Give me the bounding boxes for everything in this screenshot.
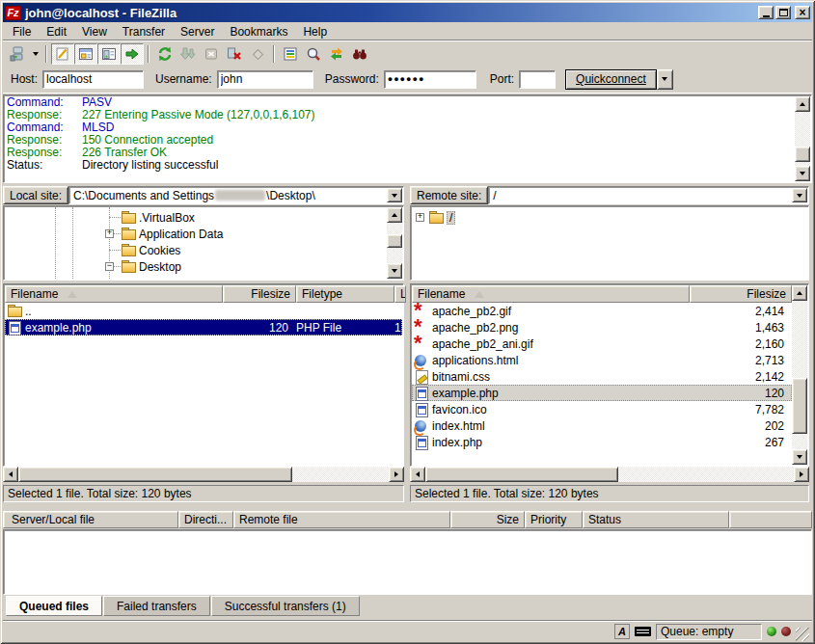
menu-view[interactable]: View: [74, 24, 115, 40]
file-row-parent-dir[interactable]: ..: [5, 303, 402, 319]
file-row[interactable]: apache_pb2_ani.gif2,160: [412, 335, 792, 352]
log-scrollbar[interactable]: [795, 96, 810, 181]
minimize-button[interactable]: [758, 6, 774, 19]
scroll-left-button[interactable]: [3, 467, 18, 482]
menu-bookmarks[interactable]: Bookmarks: [222, 24, 295, 40]
column-header-status[interactable]: Status: [583, 511, 729, 528]
scroll-thumb[interactable]: [387, 234, 402, 248]
scroll-left-button[interactable]: [410, 467, 425, 482]
file-modified: 1: [394, 321, 402, 335]
toggle-local-tree-button[interactable]: [74, 43, 97, 65]
column-header-remote-file[interactable]: Remote file: [233, 511, 450, 528]
file-row[interactable]: favicon.ico7,782: [412, 401, 792, 417]
menu-edit[interactable]: Edit: [39, 24, 74, 40]
resize-grip[interactable]: [796, 628, 809, 641]
remote-site-combo[interactable]: /: [488, 186, 809, 204]
column-header-size[interactable]: Size: [450, 511, 525, 528]
file-row-selected[interactable]: example.php120: [412, 385, 792, 401]
quickconnect-button[interactable]: Quickconnect: [565, 69, 657, 90]
remote-site-combo-dropdown[interactable]: [792, 188, 807, 202]
column-header-filetype[interactable]: Filetype: [296, 285, 394, 303]
quickconnect-dropdown[interactable]: [657, 69, 673, 90]
local-site-combo[interactable]: C:\Documents and Settings\Desktop\: [68, 186, 404, 204]
file-row[interactable]: applications.html2,713: [412, 352, 792, 368]
column-header-direction[interactable]: Directi...: [178, 511, 233, 528]
scroll-down-button[interactable]: [792, 449, 807, 465]
username-input[interactable]: [217, 70, 313, 89]
remote-list-scrollbar[interactable]: [792, 285, 807, 465]
speed-limit-icon[interactable]: [635, 627, 651, 636]
tree-item-application-data[interactable]: + Application Data: [5, 226, 369, 242]
cancel-operation-button[interactable]: [200, 43, 223, 65]
menu-file[interactable]: File: [5, 24, 39, 40]
file-row[interactable]: index.php267: [412, 434, 792, 450]
scroll-thumb[interactable]: [792, 378, 807, 434]
collapse-icon[interactable]: −: [105, 262, 114, 271]
menu-help[interactable]: Help: [295, 24, 335, 40]
transfer-type-indicator[interactable]: A: [614, 624, 630, 639]
file-row[interactable]: apache_pb2.gif2,414: [412, 303, 792, 319]
queue-body[interactable]: [3, 529, 812, 595]
disconnect-button[interactable]: [223, 43, 246, 65]
menu-server[interactable]: Server: [173, 24, 222, 40]
refresh-button[interactable]: [153, 43, 177, 65]
directory-comparison-button[interactable]: [302, 43, 325, 65]
find-files-button[interactable]: [348, 43, 371, 65]
column-header-last-modified[interactable]: L: [394, 285, 406, 303]
host-input[interactable]: [42, 70, 144, 89]
expand-icon[interactable]: +: [416, 213, 424, 222]
tab-queued-files[interactable]: Queued files: [6, 596, 102, 616]
title-bar[interactable]: Fz john@localhost - FileZilla ×: [3, 3, 812, 22]
scroll-thumb[interactable]: [795, 147, 810, 162]
column-label: Directi...: [184, 513, 227, 526]
tab-failed-transfers[interactable]: Failed transfers: [103, 596, 210, 616]
column-header-filesize[interactable]: Filesize: [223, 285, 296, 303]
toggle-message-log-button[interactable]: [51, 43, 74, 65]
directory-filter-button[interactable]: [279, 43, 302, 65]
scroll-thumb[interactable]: [425, 467, 618, 482]
scroll-down-button[interactable]: [387, 263, 402, 279]
site-manager-dropdown[interactable]: [29, 43, 41, 65]
toggle-remote-tree-button[interactable]: [97, 43, 121, 65]
column-header-filename[interactable]: Filename: [412, 285, 690, 303]
column-header-filesize[interactable]: Filesize: [690, 285, 792, 303]
tree-item-desktop[interactable]: − Desktop: [5, 258, 369, 275]
local-site-combo-dropdown[interactable]: [387, 188, 402, 202]
menu-transfer[interactable]: Transfer: [115, 24, 173, 40]
file-row[interactable]: index.html202: [412, 417, 792, 434]
remote-hscrollbar[interactable]: [410, 467, 809, 482]
abort-button[interactable]: [246, 43, 269, 65]
scroll-thumb[interactable]: [18, 467, 292, 482]
synchronized-browsing-button[interactable]: [325, 43, 348, 65]
local-tree-scrollbar[interactable]: [387, 207, 402, 279]
tree-item-root[interactable]: + /: [411, 209, 807, 226]
filezilla-app-icon[interactable]: Fz: [5, 6, 21, 20]
scroll-down-button[interactable]: [795, 166, 810, 181]
toggle-transfer-queue-button[interactable]: [121, 43, 144, 65]
tree-item-cookies[interactable]: Cookies: [5, 242, 369, 258]
password-input[interactable]: [384, 70, 476, 89]
compare-icon: [306, 46, 321, 62]
process-queue-button[interactable]: [177, 43, 200, 65]
column-header-empty: [729, 511, 812, 528]
column-header-server-local-file[interactable]: Server/Local file: [3, 511, 178, 528]
site-manager-button[interactable]: [6, 43, 29, 65]
scroll-up-button[interactable]: [792, 285, 807, 301]
column-header-priority[interactable]: Priority: [525, 511, 583, 528]
column-header-filename[interactable]: Filename: [5, 285, 223, 303]
maximize-button[interactable]: [775, 6, 791, 19]
local-hscrollbar[interactable]: [3, 467, 404, 482]
port-input[interactable]: [519, 70, 556, 89]
scroll-up-button[interactable]: [795, 96, 810, 112]
sync-icon: [329, 46, 344, 62]
close-button[interactable]: ×: [795, 6, 810, 19]
scroll-right-button[interactable]: [794, 467, 809, 482]
scroll-up-button[interactable]: [387, 207, 402, 223]
tab-successful-transfers[interactable]: Successful transfers (1): [211, 596, 360, 616]
file-row[interactable]: bitnami.css2,142: [412, 368, 792, 385]
scroll-right-button[interactable]: [389, 467, 404, 482]
tree-item-virtualbox[interactable]: .VirtualBox: [5, 209, 369, 226]
file-row[interactable]: apache_pb2.png1,463: [412, 319, 792, 335]
file-row-example-php[interactable]: example.php 120 PHP File 1: [5, 319, 402, 335]
expand-icon[interactable]: +: [105, 229, 114, 238]
